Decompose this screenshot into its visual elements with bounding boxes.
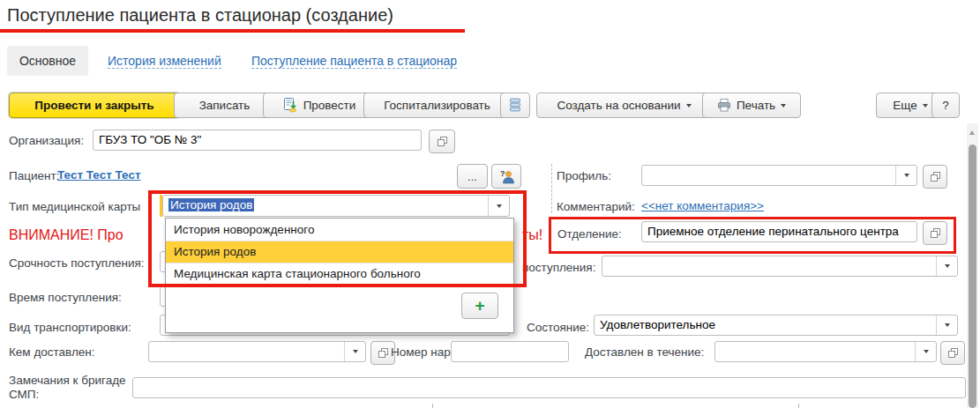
department-field[interactable]: Приемное отделение перинатального центра (641, 221, 917, 242)
card-type-dropdown-arrow[interactable] (488, 196, 509, 216)
save-button[interactable]: Записать (174, 93, 275, 118)
admission-channel-combobox[interactable] (602, 256, 958, 277)
plus-icon: + (475, 296, 484, 315)
organization-field[interactable]: ГБУЗ ТО "ОБ № 3" (93, 130, 422, 151)
department-label: Отделение: (557, 227, 622, 241)
column-separator (551, 164, 552, 213)
print-label: Печать (737, 99, 775, 112)
smp-remarks-label-line2: СМП: (9, 388, 39, 401)
department-open-button[interactable] (923, 221, 947, 245)
profile-combobox[interactable] (641, 165, 917, 186)
chevron-down-icon (923, 104, 928, 108)
smp-remarks-label-line1: Замечания к бригаде (9, 374, 126, 387)
state-combobox[interactable]: Удовлетворительное (594, 315, 958, 336)
open-icon (947, 347, 959, 359)
focus-marker (160, 195, 162, 217)
state-label: Состояние: (527, 321, 589, 334)
chevron-down-icon (904, 174, 909, 177)
comment-label: Комментарий: (557, 200, 635, 213)
save-label: Записать (199, 99, 251, 112)
profile-open-button[interactable] (923, 165, 947, 189)
patient-link[interactable]: Тест Тест Тест (57, 168, 141, 182)
page-title: Поступление пациента в стационар (создан… (7, 5, 393, 26)
create-based-on-label: Создать на основании (557, 99, 680, 112)
patient-question-icon: ? (499, 169, 514, 184)
print-button[interactable]: Печать (702, 93, 801, 118)
ellipsis-label: ... (468, 170, 477, 183)
patient-label: Пациент: (9, 169, 59, 182)
card-type-value: История родов (168, 198, 254, 211)
chevron-down-icon (781, 104, 786, 108)
post-label: Провести (303, 99, 356, 112)
post-and-close-button[interactable]: Провести и закрыть (9, 93, 180, 118)
help-label: ? (942, 99, 949, 112)
tab-main[interactable]: Основное (7, 46, 88, 76)
post-button[interactable]: Провести (263, 93, 376, 118)
open-icon (437, 136, 448, 147)
profile-label: Профиль: (557, 169, 611, 182)
urgency-label: Срочность поступления: (9, 256, 145, 270)
card-type-dropdown-list: История новорожденного История родов Мед… (165, 218, 514, 333)
more-label: Еще (893, 99, 916, 112)
open-icon (930, 227, 941, 239)
delivered-by-combobox[interactable] (148, 341, 366, 362)
scrollbar-thumb[interactable] (969, 145, 976, 408)
dropdown-option[interactable]: Медицинская карта стационарного больного (166, 263, 513, 286)
patient-ellipsis-button[interactable]: ... (457, 164, 488, 189)
svg-text:?: ? (500, 169, 505, 178)
delivered-within-combobox[interactable] (714, 341, 937, 362)
tab-admission[interactable]: Поступление пациента в стационар (251, 54, 457, 69)
printer-icon (717, 99, 731, 112)
admission-channel-dropdown-arrow[interactable] (936, 256, 957, 276)
divider (798, 404, 799, 408)
organization-label: Организация: (9, 134, 84, 147)
scroll-up-arrow-icon[interactable] (969, 130, 975, 135)
delivered-within-label: Доставлен в течение: (585, 345, 704, 359)
state-dropdown-arrow[interactable] (936, 315, 957, 335)
card-type-label: Тип медицинской карты (9, 200, 140, 213)
profile-dropdown-arrow[interactable] (895, 166, 916, 185)
post-and-close-label: Провести и закрыть (34, 99, 153, 112)
create-based-on-button[interactable]: Создать на основании (536, 93, 712, 118)
smp-remarks-input[interactable] (132, 377, 966, 398)
open-icon (378, 347, 389, 359)
dropdown-option[interactable]: История новорожденного (166, 219, 513, 241)
tab-history[interactable]: История изменений (108, 54, 221, 69)
chevron-down-icon (924, 350, 929, 353)
delivered-within-open-button[interactable] (940, 341, 965, 365)
help-button[interactable]: ? (931, 93, 960, 118)
admission-form-window: Поступление пациента в стационар (создан… (0, 0, 980, 408)
document-movements-button[interactable] (500, 93, 530, 118)
chevron-down-icon (686, 104, 692, 108)
annotation-title-underline (0, 29, 465, 33)
order-number-input[interactable] (451, 341, 569, 362)
register-records-icon (508, 98, 522, 113)
delivered-within-dropdown-arrow[interactable] (915, 342, 936, 361)
state-value: Удовлетворительное (600, 318, 715, 331)
transport-type-label: Вид транспортировки: (9, 321, 131, 334)
delivered-by-label: Кем доставлен: (9, 345, 95, 359)
patient-search-button[interactable]: ? (491, 164, 521, 189)
comment-link[interactable]: <<нет комментария>> (641, 199, 764, 212)
open-icon (930, 171, 941, 182)
warning-text-right: ты! (522, 227, 542, 243)
organization-open-button[interactable] (429, 130, 455, 153)
add-new-button[interactable]: + (461, 293, 498, 319)
chevron-down-icon (945, 264, 950, 268)
chevron-down-icon (497, 204, 502, 208)
post-document-icon (283, 98, 298, 113)
chevron-down-icon (945, 323, 950, 327)
card-type-combobox[interactable]: История родов (162, 195, 510, 217)
warning-text-left: ВНИМАНИЕ! Про (9, 227, 165, 243)
delivered-by-dropdown-arrow[interactable] (344, 342, 365, 361)
dropdown-option-selected[interactable]: История родов (166, 241, 513, 263)
admission-time-label: Время поступления: (9, 291, 122, 304)
hospitalize-button[interactable]: Госпитализировать (363, 93, 511, 118)
chevron-down-icon (353, 350, 358, 353)
vertical-scrollbar[interactable] (967, 123, 978, 408)
admission-channel-label: поступления: (522, 261, 595, 274)
hospitalize-label: Госпитализировать (384, 99, 490, 112)
tab-main-label: Основное (19, 54, 76, 68)
divider (432, 404, 433, 408)
